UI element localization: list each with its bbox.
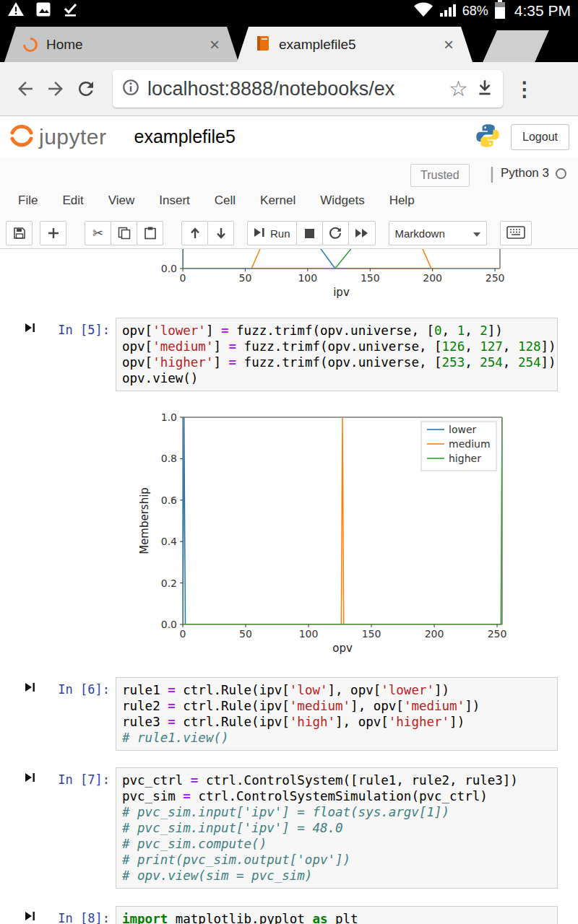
jupyter-logo-icon[interactable]	[9, 123, 35, 151]
opv-membership-chart: 0501001502002500.00.20.40.60.81.0opvMemb…	[126, 402, 520, 657]
notebook-content: 0501001502002500.0ipv In [5]: opv['lower…	[0, 249, 578, 924]
notebook-title[interactable]: examplefile5	[134, 126, 236, 147]
run-cell-icon[interactable]	[25, 323, 35, 336]
trusted-badge: Trusted	[410, 164, 470, 187]
svg-text:0.6: 0.6	[161, 494, 177, 506]
tab-close-icon[interactable]: ×	[444, 36, 454, 53]
page-info-icon[interactable]	[121, 78, 140, 100]
browser-menu-icon[interactable]: ⋮	[514, 77, 535, 101]
svg-text:medium: medium	[449, 438, 491, 450]
jupyter-logo-text[interactable]: jupyter	[39, 125, 107, 149]
svg-text:higher: higher	[449, 453, 481, 464]
download-page-icon[interactable]	[475, 78, 494, 100]
run-button[interactable]: Run	[247, 221, 297, 245]
save-button[interactable]	[6, 221, 33, 245]
svg-text:0: 0	[180, 272, 186, 284]
scissors-icon: ✂	[92, 227, 103, 240]
menu-cell[interactable]: Cell	[215, 193, 236, 208]
svg-text:Membership: Membership	[138, 487, 151, 554]
kernel-status-icon	[556, 168, 566, 179]
tab-close-icon[interactable]: ×	[210, 36, 220, 53]
restart-run-all-button[interactable]	[348, 221, 376, 245]
code-cell-in7: In [7]: pvc_ctrl = ctrl.ControlSystem([r…	[20, 767, 558, 889]
jupyter-header: jupyter examplefile5 Logout	[0, 116, 578, 157]
download-done-icon	[62, 1, 79, 21]
notebook-chrome: Trusted | Python 3 FileEditViewInsertCel…	[0, 157, 578, 249]
svg-text:200: 200	[425, 628, 444, 640]
svg-text:100: 100	[298, 272, 317, 284]
bookmark-star-icon[interactable]: ☆	[449, 78, 468, 100]
svg-text:50: 50	[239, 272, 252, 284]
svg-text:0.0: 0.0	[161, 263, 177, 274]
run-cell-icon[interactable]	[25, 772, 35, 785]
menu-edit[interactable]: Edit	[62, 193, 83, 208]
code-editor[interactable]: pvc_ctrl = ctrl.ControlSystem([rule1, ru…	[116, 767, 558, 889]
svg-text:100: 100	[299, 628, 319, 640]
signal-icon	[439, 1, 457, 20]
svg-text:1.0: 1.0	[161, 411, 177, 423]
cell-prompt: In [6]:	[58, 682, 110, 697]
svg-text:250: 250	[488, 628, 507, 640]
interrupt-kernel-button[interactable]	[296, 221, 323, 245]
logout-button[interactable]: Logout	[511, 124, 569, 150]
svg-text:0: 0	[180, 628, 186, 640]
notebook-toolbar: ✂	[6, 221, 532, 245]
menu-kernel[interactable]: Kernel	[260, 193, 296, 208]
svg-text:200: 200	[423, 272, 442, 284]
run-cell-icon[interactable]	[25, 682, 35, 695]
kernel-name: Python 3	[501, 166, 549, 180]
screenshot-icon	[35, 1, 52, 21]
battery-percentage: 68%	[462, 4, 488, 19]
move-cell-up-button[interactable]	[181, 221, 208, 245]
run-label: Run	[270, 227, 290, 240]
menu-view[interactable]: View	[108, 193, 135, 208]
cell-prompt: In [5]:	[58, 323, 110, 337]
tab-strip: Home × examplefile5 ×	[0, 22, 578, 62]
url-text: localhost:8888/notebooks/ex	[147, 78, 441, 100]
svg-text:0.2: 0.2	[161, 578, 177, 589]
move-cell-down-button[interactable]	[207, 221, 234, 245]
tab-title: Home	[46, 37, 201, 53]
menu-widgets[interactable]: Widgets	[320, 193, 364, 208]
keyboard-icon	[506, 226, 525, 241]
back-button[interactable]	[10, 78, 40, 100]
svg-text:0.8: 0.8	[161, 453, 177, 464]
code-editor[interactable]: import matplotlib.pyplot as plt	[116, 906, 558, 924]
warning-icon	[7, 1, 25, 21]
add-cell-button[interactable]	[40, 221, 66, 245]
new-tab-button[interactable]	[483, 30, 549, 62]
code-editor[interactable]: opv['lower'] = fuzz.trimf(opv.universe, …	[116, 318, 558, 391]
divider: |	[490, 163, 494, 183]
reload-button[interactable]	[71, 78, 101, 100]
run-icon	[254, 227, 266, 240]
menu-insert[interactable]: Insert	[159, 193, 190, 208]
code-cell-in6: In [6]: rule1 = ctrl.Rule(ipv['low'], op…	[20, 677, 558, 751]
code-cell-in8: In [8]: import matplotlib.pyplot as plt	[20, 906, 558, 924]
cell-prompt: In [7]:	[58, 772, 110, 787]
python-logo-icon	[475, 123, 501, 152]
ipv-membership-chart-partial: 0501001502002500.0ipv	[130, 249, 520, 302]
android-screen: 68% 4:35 PM Home × examplefile5 ×	[0, 0, 578, 924]
svg-text:opv: opv	[332, 642, 353, 655]
run-cell-icon[interactable]	[25, 911, 35, 924]
forward-button[interactable]	[40, 78, 71, 100]
battery-icon	[494, 0, 506, 22]
tab-examplefile5[interactable]: examplefile5 ×	[237, 27, 473, 62]
svg-text:250: 250	[486, 272, 505, 284]
restart-kernel-button[interactable]	[322, 221, 349, 245]
code-editor[interactable]: rule1 = ctrl.Rule(ipv['low'], opv['lower…	[116, 677, 558, 751]
svg-text:ipv: ipv	[333, 286, 350, 299]
tab-home[interactable]: Home ×	[4, 27, 238, 62]
status-bar: 68% 4:35 PM	[0, 0, 578, 22]
notebook-favicon-icon	[256, 35, 270, 54]
cut-cell-button[interactable]: ✂	[85, 221, 111, 245]
copy-cell-button[interactable]	[111, 221, 137, 245]
clock: 4:35 PM	[514, 2, 571, 19]
command-palette-button[interactable]	[500, 221, 532, 245]
wifi-icon	[413, 1, 434, 20]
menu-help[interactable]: Help	[389, 193, 415, 208]
url-omnibox[interactable]: localhost:8888/notebooks/ex ☆	[113, 70, 503, 108]
cell-type-dropdown[interactable]: Markdown	[389, 221, 487, 245]
menu-file[interactable]: File	[18, 193, 38, 208]
paste-cell-button[interactable]	[137, 221, 163, 245]
